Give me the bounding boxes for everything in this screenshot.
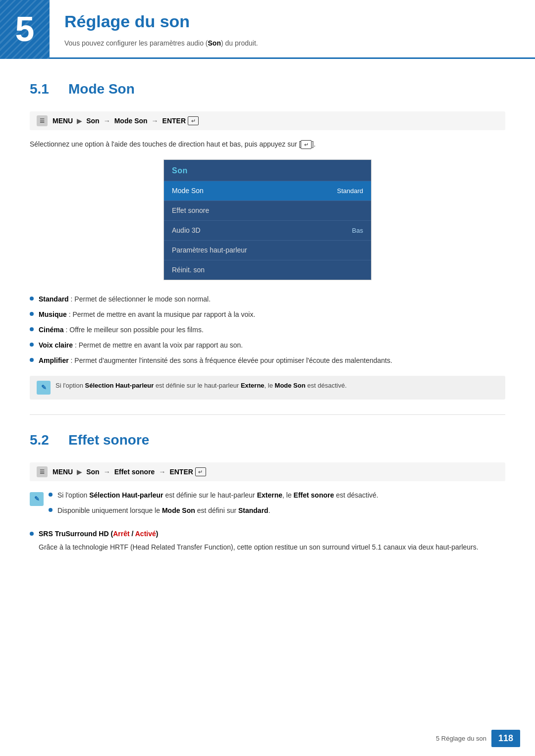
- section-5-2-header: 5.2 Effet sonore: [30, 430, 505, 451]
- section-divider: [30, 414, 505, 415]
- section-5-1-number: 5.1: [30, 79, 59, 100]
- menu-effet-sonore: Effet sonore: [114, 467, 155, 477]
- menu-label: MENU: [53, 116, 73, 126]
- footer-chapter-ref: 5 Réglage du son: [436, 734, 486, 744]
- menu-icon: ☰: [37, 115, 48, 126]
- menu-son-2: Son: [86, 467, 99, 477]
- menu-box-header: Son: [164, 160, 371, 181]
- chapter-header-content: Réglage du son Vous pouvez configurer le…: [50, 0, 535, 59]
- bullet-dot: [30, 532, 34, 536]
- menu-son: Son: [86, 116, 99, 126]
- menu-row-parametres: Paramètres haut-parleur: [164, 240, 371, 260]
- chapter-number-box: 5: [0, 0, 50, 59]
- bullet-list-5-2: SRS TruSurround HD (Arrêt / Activé) Grâc…: [30, 529, 505, 553]
- section-5-1-desc: Sélectionnez une option à l'aide des tou…: [30, 139, 505, 150]
- menu-screenshot-box: Son Mode Son Standard Effet sonore Audio…: [163, 159, 372, 280]
- bullet-dot: [49, 508, 53, 512]
- list-item: Disponible uniquement lorsque le Mode So…: [49, 505, 378, 516]
- page-number-badge: 118: [491, 730, 520, 747]
- chapter-description: Vous pouvez configurer les paramètres au…: [64, 38, 520, 49]
- chapter-number: 5: [15, 3, 35, 55]
- list-item: Si l'option Sélection Haut-parleur est d…: [49, 490, 378, 501]
- note-icon-5-2: ✎: [30, 492, 44, 506]
- bullet-dot: [30, 297, 34, 301]
- section-5-2-number: 5.2: [30, 430, 59, 451]
- section-5-1-header: 5.1 Mode Son: [30, 79, 505, 100]
- section-5-1-title: Mode Son: [68, 79, 135, 100]
- bullet-dot: [30, 358, 34, 362]
- bullet-list-5-1: Standard : Permet de sélectionner le mod…: [30, 294, 505, 366]
- list-item: Voix claire : Permet de mettre en avant …: [30, 340, 505, 351]
- enter-ref-icon: ↵: [301, 140, 312, 149]
- list-item-srs: SRS TruSurround HD (Arrêt / Activé) Grâc…: [30, 529, 505, 553]
- note-box-5-1: ✎ Si l'option Sélection Haut-parleur est…: [30, 376, 505, 400]
- menu-path-5-1: ☰ MENU ▶ Son → Mode Son → ENTER ↵: [30, 111, 505, 130]
- note-box-5-2: ✎ Si l'option Sélection Haut-parleur est…: [30, 490, 505, 521]
- page-content: 5.1 Mode Son ☰ MENU ▶ Son → Mode Son → E…: [0, 79, 535, 553]
- bullet-dot: [30, 312, 34, 316]
- note-bullet-list-5-2: Si l'option Sélection Haut-parleur est d…: [49, 490, 378, 521]
- note-text-5-1: Si l'option Sélection Haut-parleur est d…: [55, 381, 347, 391]
- menu-enter-2: ENTER: [169, 467, 193, 477]
- chapter-banner: 5 Réglage du son Vous pouvez configurer …: [0, 0, 535, 59]
- menu-row-effet-sonore: Effet sonore: [164, 201, 371, 220]
- menu-enter: ENTER: [162, 116, 186, 126]
- menu-label-2: MENU: [53, 467, 73, 477]
- menu-path-5-2: ☰ MENU ▶ Son → Effet sonore → ENTER ↵: [30, 462, 505, 481]
- menu-row-reinit: Réinit. son: [164, 260, 371, 280]
- menu-row-audio-3d: Audio 3D Bas: [164, 220, 371, 240]
- enter-icon: ↵: [188, 116, 199, 125]
- bullet-dot: [30, 343, 34, 347]
- list-item: Cinéma : Offre le meilleur son possible …: [30, 325, 505, 335]
- list-item: Musique : Permet de mettre en avant la m…: [30, 309, 505, 320]
- page-footer: 5 Réglage du son 118: [436, 730, 520, 747]
- menu-mode-son: Mode Son: [114, 116, 148, 126]
- section-5-2-title: Effet sonore: [68, 430, 149, 451]
- list-item: Standard : Permet de sélectionner le mod…: [30, 294, 505, 304]
- list-item: Amplifier : Permet d'augmenter l'intensi…: [30, 355, 505, 366]
- menu-row-mode-son: Mode Son Standard: [164, 181, 371, 201]
- chapter-title: Réglage du son: [64, 9, 520, 34]
- note-icon: ✎: [37, 381, 51, 395]
- menu-icon-2: ☰: [37, 466, 48, 477]
- bullet-dot: [30, 327, 34, 331]
- enter-icon-2: ↵: [195, 467, 206, 476]
- srs-description: Grâce à la technologie HRTF (Head Relate…: [39, 542, 479, 553]
- bullet-dot: [49, 493, 53, 497]
